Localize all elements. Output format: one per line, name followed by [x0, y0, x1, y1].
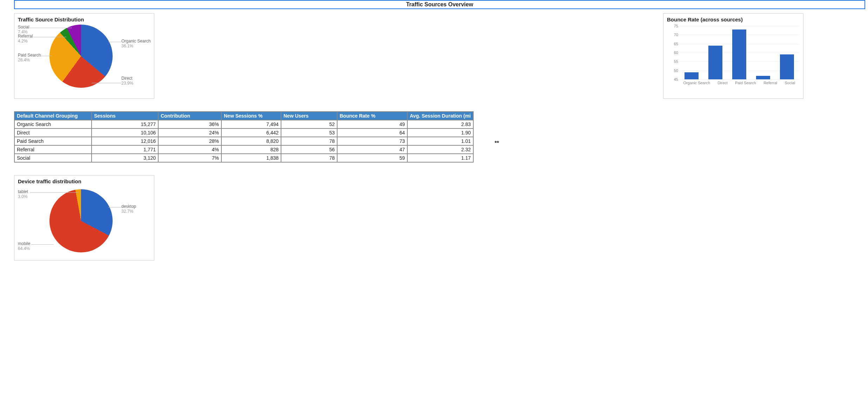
- bar-plot-area: 45505560657075: [680, 26, 799, 79]
- x-label: Social: [784, 81, 795, 88]
- table-cell: 49: [337, 120, 407, 128]
- col-header: Contribution: [158, 112, 221, 120]
- col-header: Default Channel Grouping: [14, 112, 92, 120]
- bar-chart: 45505560657075 Organic Search Direct Pai…: [667, 25, 800, 88]
- col-header: New Users: [281, 112, 337, 120]
- pie-label-paid: Paid Search 28.4%: [18, 53, 41, 63]
- leader-line: [33, 37, 66, 37]
- table-cell: 7,494: [221, 120, 281, 128]
- bar: [732, 29, 746, 79]
- top-charts-row: Traffic Source Distribution Organic Sear…: [14, 13, 868, 99]
- table-cell: 6,442: [221, 128, 281, 137]
- bars-container: [680, 26, 799, 79]
- table-cell: 1.90: [407, 128, 473, 137]
- pie-chart: Organic Search 36.1% Direct 23.9% Paid S…: [18, 25, 151, 95]
- pie-label-tablet: tablet 3.0%: [18, 189, 28, 199]
- gridline: [680, 79, 799, 80]
- y-tick-label: 55: [669, 59, 678, 64]
- pie-label-referral: Referral 4.2%: [18, 34, 33, 44]
- leader-line: [31, 244, 54, 245]
- x-label: Direct: [717, 81, 728, 88]
- table-cell: 1.17: [407, 154, 473, 162]
- leader-line: [40, 56, 52, 56]
- leader-line: [108, 42, 121, 42]
- table-cell: 36%: [158, 120, 221, 128]
- table-header-row: Default Channel Grouping Sessions Contri…: [14, 112, 473, 120]
- x-label: Paid Search: [735, 81, 756, 88]
- table-cell: 56: [281, 145, 337, 154]
- table-cell: Paid Search: [14, 137, 92, 145]
- bar: [708, 46, 722, 79]
- table-cell: 3,120: [92, 154, 158, 162]
- chart-title: Traffic Source Distribution: [18, 17, 151, 22]
- x-label: Referral: [763, 81, 777, 88]
- table-cell: Social: [14, 154, 92, 162]
- bar: [685, 72, 699, 79]
- pie-label-mobile: mobile 64.4%: [18, 241, 30, 251]
- table-cell: Organic Search: [14, 120, 92, 128]
- table-row: Paid Search12,01628%8,82078731.01: [14, 137, 473, 145]
- traffic-sources-table: Default Channel Grouping Sessions Contri…: [14, 111, 474, 163]
- leader-line: [92, 83, 121, 83]
- leader-line: [30, 28, 72, 28]
- table-cell: Referral: [14, 145, 92, 154]
- y-tick-label: 60: [669, 51, 678, 55]
- pie-slices: [49, 25, 113, 88]
- table-cell: 2.32: [407, 145, 473, 154]
- table-cell: 78: [281, 137, 337, 145]
- table-cell: 73: [337, 137, 407, 145]
- table-cell: Direct: [14, 128, 92, 137]
- device-traffic-pie-card: Device traffic distribution desktop 32.7…: [14, 175, 154, 260]
- table-cell: 8,820: [221, 137, 281, 145]
- page-header: Traffic Sources Overview: [14, 0, 865, 9]
- table-row: Organic Search15,27736%7,49452492.83: [14, 120, 473, 128]
- chart-title: Bounce Rate (across sources): [667, 17, 800, 22]
- table-cell: 64: [337, 128, 407, 137]
- table-cell: 52: [281, 120, 337, 128]
- table-cell: 828: [221, 145, 281, 154]
- pie-chart: desktop 32.7% mobile 64.4% tablet 3.0%: [18, 186, 151, 257]
- col-header: Sessions: [92, 112, 158, 120]
- bar: [780, 54, 794, 79]
- table-cell: 4%: [158, 145, 221, 154]
- traffic-sources-table-wrap: Default Channel Grouping Sessions Contri…: [14, 111, 474, 163]
- truncation-indicator: **: [495, 140, 499, 146]
- traffic-source-pie-card: Traffic Source Distribution Organic Sear…: [14, 13, 154, 99]
- leader-line: [108, 207, 121, 207]
- bar: [756, 76, 770, 79]
- table-cell: 15,277: [92, 120, 158, 128]
- x-label: Organic Search: [683, 81, 710, 88]
- table-cell: 28%: [158, 137, 221, 145]
- y-tick-label: 45: [669, 77, 678, 81]
- table-cell: 78: [281, 154, 337, 162]
- bounce-rate-bar-card: Bounce Rate (across sources) 45505560657…: [663, 13, 803, 99]
- table-cell: 1.01: [407, 137, 473, 145]
- col-header: Bounce Rate %: [337, 112, 407, 120]
- table-cell: 1,838: [221, 154, 281, 162]
- table-cell: 1,771: [92, 145, 158, 154]
- table-cell: 59: [337, 154, 407, 162]
- pie-slices: [49, 189, 113, 252]
- chart-title: Device traffic distribution: [18, 178, 151, 184]
- pie-label-organic: Organic Search 36.1%: [121, 39, 151, 49]
- col-header: New Sessions %: [221, 112, 281, 120]
- table-cell: 47: [337, 145, 407, 154]
- bottom-chart-row: Device traffic distribution desktop 32.7…: [14, 175, 868, 260]
- right-margin-spacer: [812, 13, 868, 99]
- pie-label-social: Social 7.4%: [18, 25, 29, 35]
- pie-label-desktop: desktop 32.7%: [121, 204, 136, 214]
- spacer: [163, 13, 655, 99]
- y-tick-label: 50: [669, 68, 678, 73]
- table-cell: 7%: [158, 154, 221, 162]
- leader-line: [30, 192, 78, 193]
- table-cell: 2.83: [407, 120, 473, 128]
- y-tick-label: 65: [669, 42, 678, 46]
- bar-x-labels: Organic Search Direct Paid Search Referr…: [680, 81, 799, 88]
- table-row: Direct10,10624%6,44253641.90: [14, 128, 473, 137]
- y-tick-label: 70: [669, 33, 678, 37]
- table-row: Referral1,7714%82856472.32: [14, 145, 473, 154]
- y-tick-label: 75: [669, 24, 678, 28]
- pie-label-direct: Direct 23.9%: [121, 76, 133, 86]
- table-cell: 53: [281, 128, 337, 137]
- col-header: Avg. Session Duration (mi: [407, 112, 473, 120]
